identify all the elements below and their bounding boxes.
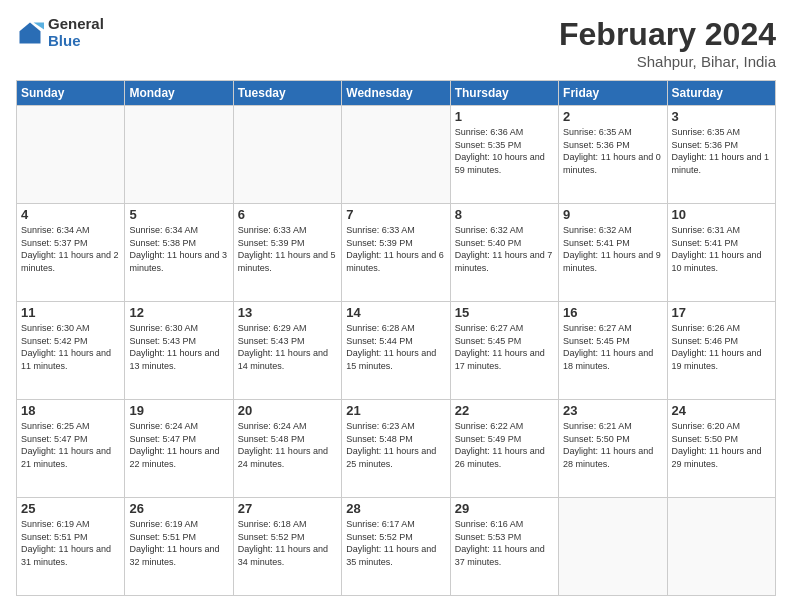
day-number: 27 [238,501,337,516]
day-number: 12 [129,305,228,320]
svg-marker-0 [20,22,41,43]
day-number: 24 [672,403,771,418]
calendar-cell: 3Sunrise: 6:35 AM Sunset: 5:36 PM Daylig… [667,106,775,204]
day-number: 17 [672,305,771,320]
day-info: Sunrise: 6:19 AM Sunset: 5:51 PM Dayligh… [129,518,228,568]
day-info: Sunrise: 6:33 AM Sunset: 5:39 PM Dayligh… [238,224,337,274]
calendar-cell: 27Sunrise: 6:18 AM Sunset: 5:52 PM Dayli… [233,498,341,596]
day-number: 10 [672,207,771,222]
calendar-cell: 8Sunrise: 6:32 AM Sunset: 5:40 PM Daylig… [450,204,558,302]
day-info: Sunrise: 6:27 AM Sunset: 5:45 PM Dayligh… [455,322,554,372]
title-block: February 2024 Shahpur, Bihar, India [559,16,776,70]
calendar-cell: 16Sunrise: 6:27 AM Sunset: 5:45 PM Dayli… [559,302,667,400]
calendar-table: SundayMondayTuesdayWednesdayThursdayFrid… [16,80,776,596]
calendar-cell [125,106,233,204]
day-info: Sunrise: 6:32 AM Sunset: 5:41 PM Dayligh… [563,224,662,274]
day-number: 14 [346,305,445,320]
day-number: 29 [455,501,554,516]
calendar-page: General Blue February 2024 Shahpur, Biha… [0,0,792,612]
week-row-4: 18Sunrise: 6:25 AM Sunset: 5:47 PM Dayli… [17,400,776,498]
day-info: Sunrise: 6:34 AM Sunset: 5:38 PM Dayligh… [129,224,228,274]
logo-blue: Blue [48,32,81,49]
calendar-cell: 9Sunrise: 6:32 AM Sunset: 5:41 PM Daylig… [559,204,667,302]
calendar-cell: 22Sunrise: 6:22 AM Sunset: 5:49 PM Dayli… [450,400,558,498]
day-info: Sunrise: 6:28 AM Sunset: 5:44 PM Dayligh… [346,322,445,372]
day-number: 26 [129,501,228,516]
calendar-cell: 17Sunrise: 6:26 AM Sunset: 5:46 PM Dayli… [667,302,775,400]
day-number: 2 [563,109,662,124]
calendar-cell: 20Sunrise: 6:24 AM Sunset: 5:48 PM Dayli… [233,400,341,498]
calendar-cell: 1Sunrise: 6:36 AM Sunset: 5:35 PM Daylig… [450,106,558,204]
day-number: 5 [129,207,228,222]
calendar-cell: 6Sunrise: 6:33 AM Sunset: 5:39 PM Daylig… [233,204,341,302]
calendar-cell: 13Sunrise: 6:29 AM Sunset: 5:43 PM Dayli… [233,302,341,400]
day-number: 7 [346,207,445,222]
logo-icon [16,19,44,47]
calendar-cell: 19Sunrise: 6:24 AM Sunset: 5:47 PM Dayli… [125,400,233,498]
day-number: 8 [455,207,554,222]
calendar-cell: 23Sunrise: 6:21 AM Sunset: 5:50 PM Dayli… [559,400,667,498]
calendar-cell: 29Sunrise: 6:16 AM Sunset: 5:53 PM Dayli… [450,498,558,596]
calendar-cell: 28Sunrise: 6:17 AM Sunset: 5:52 PM Dayli… [342,498,450,596]
header: General Blue February 2024 Shahpur, Biha… [16,16,776,70]
calendar-cell: 7Sunrise: 6:33 AM Sunset: 5:39 PM Daylig… [342,204,450,302]
day-number: 19 [129,403,228,418]
day-info: Sunrise: 6:18 AM Sunset: 5:52 PM Dayligh… [238,518,337,568]
day-info: Sunrise: 6:22 AM Sunset: 5:49 PM Dayligh… [455,420,554,470]
calendar-cell: 4Sunrise: 6:34 AM Sunset: 5:37 PM Daylig… [17,204,125,302]
day-info: Sunrise: 6:17 AM Sunset: 5:52 PM Dayligh… [346,518,445,568]
calendar-cell: 18Sunrise: 6:25 AM Sunset: 5:47 PM Dayli… [17,400,125,498]
day-info: Sunrise: 6:36 AM Sunset: 5:35 PM Dayligh… [455,126,554,176]
calendar-cell [17,106,125,204]
day-info: Sunrise: 6:24 AM Sunset: 5:48 PM Dayligh… [238,420,337,470]
calendar-cell: 14Sunrise: 6:28 AM Sunset: 5:44 PM Dayli… [342,302,450,400]
calendar-cell: 10Sunrise: 6:31 AM Sunset: 5:41 PM Dayli… [667,204,775,302]
day-number: 23 [563,403,662,418]
calendar-cell: 12Sunrise: 6:30 AM Sunset: 5:43 PM Dayli… [125,302,233,400]
day-info: Sunrise: 6:29 AM Sunset: 5:43 PM Dayligh… [238,322,337,372]
calendar-cell: 2Sunrise: 6:35 AM Sunset: 5:36 PM Daylig… [559,106,667,204]
day-number: 9 [563,207,662,222]
day-number: 18 [21,403,120,418]
day-info: Sunrise: 6:21 AM Sunset: 5:50 PM Dayligh… [563,420,662,470]
week-row-1: 1Sunrise: 6:36 AM Sunset: 5:35 PM Daylig… [17,106,776,204]
day-number: 1 [455,109,554,124]
day-info: Sunrise: 6:24 AM Sunset: 5:47 PM Dayligh… [129,420,228,470]
day-number: 6 [238,207,337,222]
day-header-friday: Friday [559,81,667,106]
day-info: Sunrise: 6:31 AM Sunset: 5:41 PM Dayligh… [672,224,771,274]
day-info: Sunrise: 6:33 AM Sunset: 5:39 PM Dayligh… [346,224,445,274]
header-row: SundayMondayTuesdayWednesdayThursdayFrid… [17,81,776,106]
calendar-cell: 5Sunrise: 6:34 AM Sunset: 5:38 PM Daylig… [125,204,233,302]
day-header-monday: Monday [125,81,233,106]
calendar-cell [667,498,775,596]
day-info: Sunrise: 6:34 AM Sunset: 5:37 PM Dayligh… [21,224,120,274]
logo-text: General Blue [48,16,104,49]
day-number: 28 [346,501,445,516]
calendar-cell: 25Sunrise: 6:19 AM Sunset: 5:51 PM Dayli… [17,498,125,596]
day-number: 22 [455,403,554,418]
day-header-saturday: Saturday [667,81,775,106]
calendar-cell [342,106,450,204]
day-info: Sunrise: 6:30 AM Sunset: 5:42 PM Dayligh… [21,322,120,372]
day-info: Sunrise: 6:19 AM Sunset: 5:51 PM Dayligh… [21,518,120,568]
calendar-subtitle: Shahpur, Bihar, India [559,53,776,70]
day-info: Sunrise: 6:30 AM Sunset: 5:43 PM Dayligh… [129,322,228,372]
calendar-title: February 2024 [559,16,776,53]
day-info: Sunrise: 6:35 AM Sunset: 5:36 PM Dayligh… [672,126,771,176]
day-info: Sunrise: 6:35 AM Sunset: 5:36 PM Dayligh… [563,126,662,176]
day-header-wednesday: Wednesday [342,81,450,106]
day-header-tuesday: Tuesday [233,81,341,106]
day-number: 4 [21,207,120,222]
day-number: 20 [238,403,337,418]
calendar-cell [559,498,667,596]
day-number: 11 [21,305,120,320]
day-info: Sunrise: 6:20 AM Sunset: 5:50 PM Dayligh… [672,420,771,470]
calendar-cell: 26Sunrise: 6:19 AM Sunset: 5:51 PM Dayli… [125,498,233,596]
day-info: Sunrise: 6:25 AM Sunset: 5:47 PM Dayligh… [21,420,120,470]
day-number: 21 [346,403,445,418]
day-number: 16 [563,305,662,320]
day-info: Sunrise: 6:23 AM Sunset: 5:48 PM Dayligh… [346,420,445,470]
day-number: 13 [238,305,337,320]
day-number: 15 [455,305,554,320]
